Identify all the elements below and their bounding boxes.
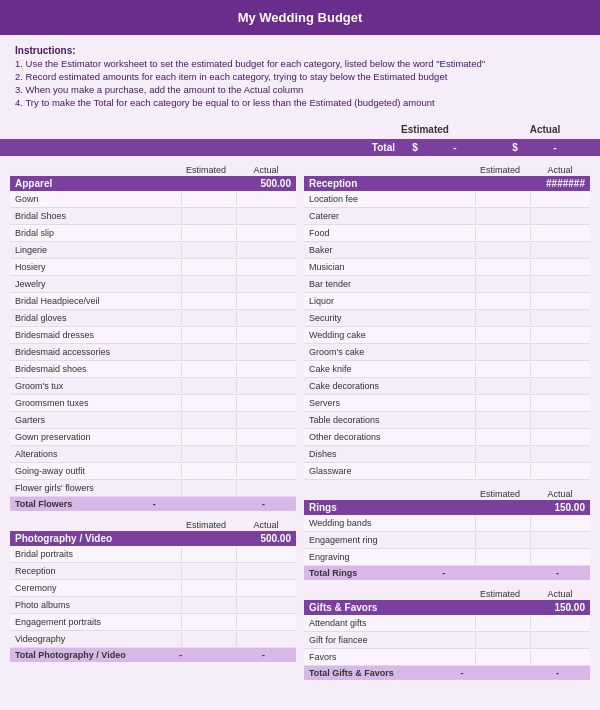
reception-item-cake-knife: Cake knife xyxy=(304,361,590,378)
gifts-act-label: Actual xyxy=(530,589,590,599)
instruction-2: 2. Record estimated amounts for each ite… xyxy=(15,71,585,82)
reception-item-liquor: Liquor xyxy=(304,293,590,310)
rings-est-label: Estimated xyxy=(470,489,530,499)
gifts-col-labels: Estimated Actual xyxy=(304,588,590,600)
photo-col-labels: Estimated Actual xyxy=(10,519,296,531)
right-column: Estimated Actual Reception ####### Locat… xyxy=(304,164,590,688)
rings-title: Rings xyxy=(309,502,337,513)
rings-item-engraving: Engraving xyxy=(304,549,590,566)
page-title: My Wedding Budget xyxy=(238,10,363,25)
gifts-title: Gifts & Favors xyxy=(309,602,377,613)
apparel-item-headpiece: Bridal Headpiece/veil xyxy=(10,293,296,310)
rings-col-labels: Estimated Actual xyxy=(304,488,590,500)
photo-item-reception: Reception xyxy=(10,563,296,580)
rings-act-label: Actual xyxy=(530,489,590,499)
reception-item-food: Food xyxy=(304,225,590,242)
reception-item-glassware: Glassware xyxy=(304,463,590,480)
apparel-total-label: Total Flowers xyxy=(15,499,72,509)
reception-item-grooms-cake: Groom's cake xyxy=(304,344,590,361)
instruction-4: 4. Try to make the Total for each catego… xyxy=(15,97,585,108)
apparel-item-hosiery: Hosiery xyxy=(10,259,296,276)
apparel-total-act: - xyxy=(236,499,291,509)
apparel-item-alterations: Alterations xyxy=(10,446,296,463)
apparel-item-gloves: Bridal gloves xyxy=(10,310,296,327)
apparel-item-jewelry: Jewelry xyxy=(10,276,296,293)
reception-section: Estimated Actual Reception ####### Locat… xyxy=(304,164,590,480)
rings-total-act: - xyxy=(530,568,585,578)
apparel-total-est: - xyxy=(127,499,182,509)
reception-col-labels: Estimated Actual xyxy=(304,164,590,176)
reception-item-caterer: Caterer xyxy=(304,208,590,225)
totals-header-row: Estimated Actual xyxy=(0,120,600,139)
apparel-item-bm-shoes: Bridesmaid shoes xyxy=(10,361,296,378)
apparel-total-row: Total Flowers - - xyxy=(10,497,296,511)
reception-item-other-decorations: Other decorations xyxy=(304,429,590,446)
gifts-est-val: 150.00 xyxy=(554,602,585,613)
reception-est-label: Estimated xyxy=(470,165,530,175)
page-wrapper: My Wedding Budget Instructions: 1. Use t… xyxy=(0,0,600,696)
reception-item-location: Location fee xyxy=(304,191,590,208)
reception-item-bartender: Bar tender xyxy=(304,276,590,293)
photo-total-row: Total Photography / Video - - xyxy=(10,648,296,662)
rings-section: Estimated Actual Rings 150.00 Wedding ba… xyxy=(304,488,590,580)
apparel-est-label: Estimated xyxy=(176,165,236,175)
page-header: My Wedding Budget xyxy=(0,0,600,35)
photo-act-label: Actual xyxy=(236,520,296,530)
main-content: Estimated Actual Apparel 500.00 Gown Bri… xyxy=(0,156,600,696)
photo-item-video: Videography xyxy=(10,631,296,648)
instructions-heading: Instructions: xyxy=(15,45,76,56)
reception-est-val: ####### xyxy=(546,178,585,189)
apparel-item-preservation: Gown preservation xyxy=(10,429,296,446)
gifts-total-act: - xyxy=(530,668,585,678)
reception-item-musician: Musician xyxy=(304,259,590,276)
apparel-item-going-away: Going-away outfit xyxy=(10,463,296,480)
apparel-est-val: 500.00 xyxy=(260,178,291,189)
rings-item-engagement: Engagement ring xyxy=(304,532,590,549)
total-actual-symbol: $ xyxy=(505,142,525,153)
photo-item-portraits: Bridal portraits xyxy=(10,546,296,563)
photo-est-label: Estimated xyxy=(176,520,236,530)
gifts-item-favors: Favors xyxy=(304,649,590,666)
gifts-total-est: - xyxy=(434,668,489,678)
total-estimated-symbol: $ xyxy=(405,142,425,153)
reception-item-wedding-cake: Wedding cake xyxy=(304,327,590,344)
actual-col-header: Actual xyxy=(505,124,585,135)
apparel-item-groomsmen-tuxes: Groomsmen tuxes xyxy=(10,395,296,412)
apparel-item-bm-accessories: Bridesmaid accessories xyxy=(10,344,296,361)
total-label: Total xyxy=(15,142,395,153)
reception-item-dishes: Dishes xyxy=(304,446,590,463)
reception-item-cake-decorations: Cake decorations xyxy=(304,378,590,395)
gifts-item-attendant: Attendant gifts xyxy=(304,615,590,632)
gifts-total-label: Total Gifts & Favors xyxy=(309,668,394,678)
apparel-item-flower-girls: Flower girls' flowers xyxy=(10,480,296,497)
photo-total-label: Total Photography / Video xyxy=(15,650,126,660)
apparel-item-groom-tux: Groom's tux xyxy=(10,378,296,395)
apparel-act-label: Actual xyxy=(236,165,296,175)
total-estimated-value: - xyxy=(425,142,485,153)
total-actual-value: - xyxy=(525,142,585,153)
reception-item-baker: Baker xyxy=(304,242,590,259)
rings-est-val: 150.00 xyxy=(554,502,585,513)
gifts-item-fiancee: Gift for fiancee xyxy=(304,632,590,649)
gifts-header: Gifts & Favors 150.00 xyxy=(304,600,590,615)
instruction-1: 1. Use the Estimator worksheet to set th… xyxy=(15,58,585,69)
apparel-header: Apparel 500.00 xyxy=(10,176,296,191)
rings-header: Rings 150.00 xyxy=(304,500,590,515)
left-column: Estimated Actual Apparel 500.00 Gown Bri… xyxy=(10,164,296,688)
rings-total-row: Total Rings - - xyxy=(304,566,590,580)
reception-act-label: Actual xyxy=(530,165,590,175)
instruction-3: 3. When you make a purchase, add the amo… xyxy=(15,84,585,95)
apparel-title: Apparel xyxy=(15,178,52,189)
rings-total-est: - xyxy=(416,568,471,578)
apparel-item-gown: Gown xyxy=(10,191,296,208)
instructions-section: Instructions: 1. Use the Estimator works… xyxy=(0,35,600,120)
apparel-item-bm-dresses: Bridesmaid dresses xyxy=(10,327,296,344)
rings-total-label: Total Rings xyxy=(309,568,357,578)
photo-item-ceremony: Ceremony xyxy=(10,580,296,597)
totals-bar: Total $ - $ - xyxy=(0,139,600,156)
photo-total-est: - xyxy=(153,650,208,660)
gifts-est-label: Estimated xyxy=(470,589,530,599)
apparel-item-lingerie: Lingerie xyxy=(10,242,296,259)
reception-title: Reception xyxy=(309,178,357,189)
photography-title: Photography / Video xyxy=(15,533,112,544)
